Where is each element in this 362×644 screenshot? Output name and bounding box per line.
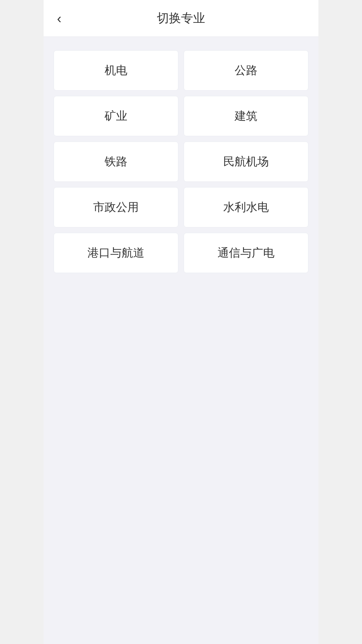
page-title: 切换专业 xyxy=(157,10,205,26)
header: ‹ 切换专业 xyxy=(44,0,318,37)
specialty-label-gonglu: 公路 xyxy=(235,63,257,78)
specialty-item-jianzhu[interactable]: 建筑 xyxy=(184,96,308,136)
specialty-item-minhang[interactable]: 民航机场 xyxy=(184,142,308,182)
specialty-item-tongxin[interactable]: 通信与广电 xyxy=(184,233,308,273)
specialty-label-minhang: 民航机场 xyxy=(223,154,269,169)
specialty-label-kuangye: 矿业 xyxy=(105,108,127,124)
specialty-label-jianzhu: 建筑 xyxy=(235,108,257,124)
specialty-grid: 机电公路矿业建筑铁路民航机场市政公用水利水电港口与航道通信与广电 xyxy=(54,50,308,273)
content-area: 机电公路矿业建筑铁路民航机场市政公用水利水电港口与航道通信与广电 xyxy=(44,37,318,286)
specialty-label-tielu: 铁路 xyxy=(105,154,127,169)
specialty-label-shizheng: 市政公用 xyxy=(93,200,139,215)
app-container: ‹ 切换专业 机电公路矿业建筑铁路民航机场市政公用水利水电港口与航道通信与广电 xyxy=(44,0,318,644)
specialty-label-shuili: 水利水电 xyxy=(223,200,269,215)
specialty-label-gangkou: 港口与航道 xyxy=(87,245,144,261)
specialty-label-tongxin: 通信与广电 xyxy=(218,245,275,261)
back-button[interactable]: ‹ xyxy=(54,8,65,29)
specialty-item-gonglu[interactable]: 公路 xyxy=(184,50,308,91)
specialty-label-jidian: 机电 xyxy=(105,63,127,78)
specialty-item-kuangye[interactable]: 矿业 xyxy=(54,96,178,136)
specialty-item-tielu[interactable]: 铁路 xyxy=(54,142,178,182)
specialty-item-shuili[interactable]: 水利水电 xyxy=(184,187,308,227)
specialty-item-shizheng[interactable]: 市政公用 xyxy=(54,187,178,227)
specialty-item-jidian[interactable]: 机电 xyxy=(54,50,178,91)
specialty-item-gangkou[interactable]: 港口与航道 xyxy=(54,233,178,273)
